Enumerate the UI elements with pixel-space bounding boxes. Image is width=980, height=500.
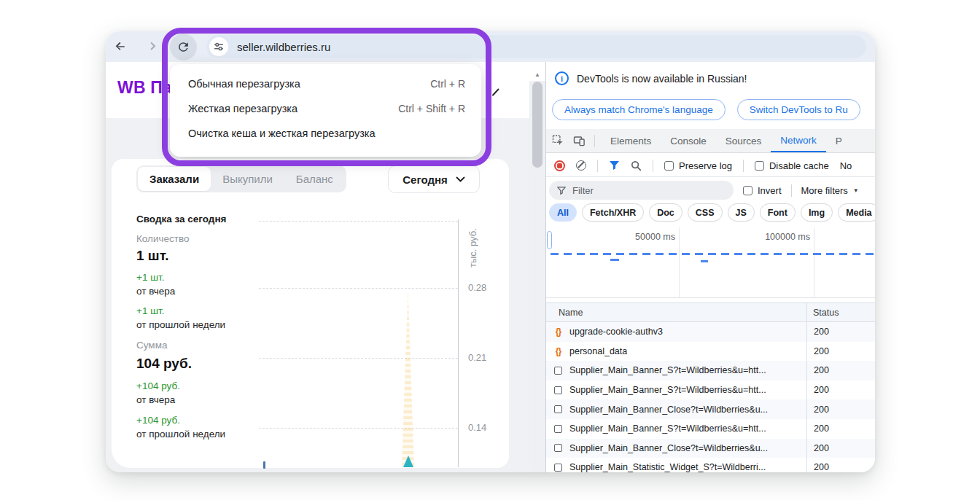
request-name: upgrade-cookie-authv3 [569,327,663,337]
tab-sources[interactable]: Sources [716,129,771,152]
filter-js[interactable]: JS [728,203,755,222]
request-status: 200 [814,385,829,395]
network-request-row[interactable]: Supplier_Main_Banner_Close?t=Wildberries… [546,399,875,419]
divider [653,160,653,172]
request-name: Supplier_Main_Banner_S?t=Wildberries&u=h… [569,365,766,375]
wb-logo[interactable]: WB Па [117,78,172,98]
tab-performance[interactable]: P [826,129,852,152]
url-bar[interactable]: seller.wildberries.ru [206,35,866,58]
tab-ordered[interactable]: Заказали [138,167,211,191]
timeline-activity [701,260,708,262]
chart-y-axis-title: тыс. руб. [467,219,482,267]
menu-item-shortcut: Ctrl + R [430,78,465,90]
chart-tick: 0.14 [468,422,486,433]
menu-item-label: Жесткая перезагрузка [188,103,298,114]
filter-font[interactable]: Font [760,203,796,222]
page-scrollbar[interactable]: ▲ [529,62,545,472]
record-icon[interactable] [554,160,565,171]
match-language-button[interactable]: Always match Chrome's language [552,99,726,120]
column-name[interactable]: Name [559,308,583,318]
network-request-row[interactable]: Supplier_Main_Statistic_Widget_S?t=Wildb… [546,458,875,472]
checkbox[interactable] [755,161,764,171]
chart-y-axis [458,219,459,467]
request-type-filters: All Fetch/XHR Doc CSS JS Font Img Media … [546,203,875,222]
request-status: 200 [814,327,829,337]
request-name: Supplier_Main_Statistic_Widget_S?t=Wildb… [569,462,766,472]
network-request-row[interactable]: {} upgrade-cookie-authv3 200 [546,322,875,342]
dropdown-arrow-icon: ▼ [853,187,859,194]
network-request-row[interactable]: Supplier_Main_Banner_S?t=Wildberries&u=h… [546,419,875,439]
gridline [259,288,458,289]
divider [597,160,598,172]
scroll-up-icon[interactable]: ▲ [529,71,545,78]
period-label: Сегодня [402,173,448,186]
back-arrow-icon [113,39,128,54]
timeline-label: 50000 ms [630,232,675,242]
column-status[interactable]: Status [813,308,839,318]
filter-input[interactable]: Filter [549,181,734,200]
throttling-dropdown[interactable]: No [840,160,852,171]
checkbox[interactable] [664,161,674,171]
chart-spike [403,456,413,467]
timeline-handle[interactable] [547,231,552,249]
column-divider[interactable] [806,302,807,472]
switch-language-button[interactable]: Switch DevTools to Ru [737,99,860,120]
tab-console[interactable]: Console [661,129,716,152]
fetch-icon: {} [553,327,564,337]
filter-media[interactable]: Media [838,203,875,222]
sum-delta-day-caption: от вчера [136,394,175,405]
inspect-element-icon[interactable] [552,135,564,147]
filter-fetch-xhr[interactable]: Fetch/XHR [582,203,644,222]
chart-marker [263,461,265,469]
filter-all[interactable]: All [549,203,577,222]
checkbox[interactable] [743,186,752,195]
tab-bought[interactable]: Выкупили [211,167,284,191]
back-button[interactable] [112,39,128,55]
request-name: Supplier_Main_Banner_Close?t=Wildberries… [569,443,768,453]
network-timeline-overview[interactable]: 50000 ms 100000 ms [546,227,875,298]
filter-funnel-icon[interactable] [609,160,620,171]
header-chevron-icon[interactable] [490,87,500,98]
divider [791,184,792,197]
network-request-row[interactable]: Supplier_Main_Banner_S?t=Wildberries&u=h… [546,380,875,400]
divider [743,160,744,172]
quantity-delta-week-caption: от прошлой недели [136,319,225,330]
clear-icon[interactable] [576,160,586,171]
tab-elements[interactable]: Elements [601,129,661,152]
scrollbar-thumb[interactable] [532,82,542,168]
menu-item-empty-cache-hard-reload[interactable]: Очистка кеша и жесткая перезагрузка [170,121,481,146]
period-dropdown[interactable]: Сегодня [388,165,480,193]
site-settings-button[interactable] [209,37,228,56]
preserve-log-label: Preserve log [679,160,732,171]
menu-item-hard-reload[interactable]: Жесткая перезагрузка Ctrl + Shift + R [170,96,481,121]
tab-network[interactable]: Network [771,129,826,152]
disable-cache-option[interactable]: Disable cache [755,160,829,171]
filter-placeholder: Filter [572,185,594,196]
search-icon[interactable] [631,160,642,171]
invert-label: Invert [758,185,782,196]
gridline [259,358,458,359]
forward-button[interactable] [143,39,159,55]
network-request-row[interactable]: {} personal_data 200 [546,342,875,362]
reload-button[interactable] [170,34,197,60]
tab-balance[interactable]: Баланс [284,167,345,191]
filter-css[interactable]: CSS [688,203,723,222]
menu-item-normal-reload[interactable]: Обычная перезагрузка Ctrl + R [170,71,481,96]
network-request-row[interactable]: Supplier_Main_Banner_Close?t=Wildberries… [546,439,875,458]
document-icon [553,444,564,452]
devtools-tab-bar: Elements Console Sources Network P [546,129,875,153]
network-request-row[interactable]: Supplier_Main_Banner_S?t=Wildberries&u=h… [546,361,875,380]
requests-table-header: Name Status [546,302,875,322]
devtools-notification: i DevTools is now available in Russian! [555,71,747,85]
preserve-log-option[interactable]: Preserve log [664,160,732,171]
more-filters-button[interactable]: More filters ▼ [801,185,859,196]
filter-doc[interactable]: Doc [649,203,682,222]
network-filter-row: Filter Invert More filters ▼ [546,179,875,201]
quantity-delta-day-caption: от вчера [136,286,175,297]
filter-img[interactable]: Img [801,203,833,222]
invert-option[interactable]: Invert [743,185,782,196]
timeline-activity [551,253,875,255]
request-status: 200 [814,423,829,434]
device-toolbar-icon[interactable] [573,136,586,147]
notification-text: DevTools is now available in Russian! [577,73,747,85]
